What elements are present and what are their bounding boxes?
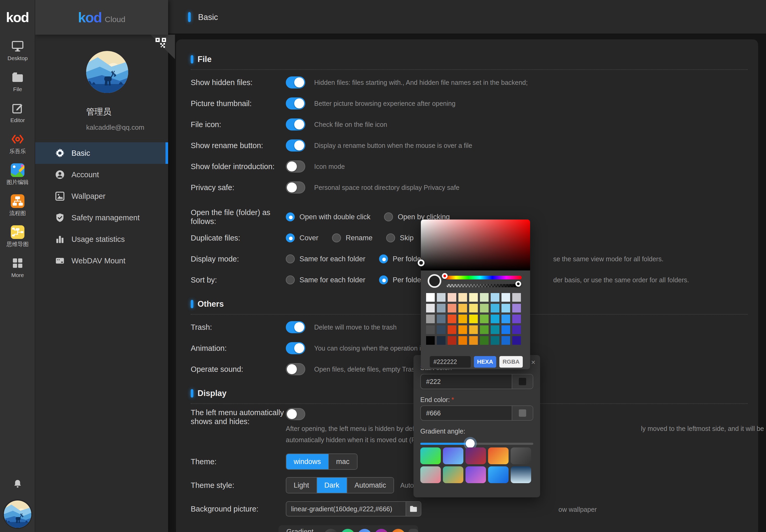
rail-item-lewule[interactable]: 乐吾乐 xyxy=(0,128,35,159)
saturation-area[interactable] xyxy=(421,220,530,270)
show-folder-introduction--toggle[interactable] xyxy=(286,160,305,173)
slider-knob[interactable] xyxy=(466,439,475,448)
theme-windows-button[interactable]: windows xyxy=(286,454,329,469)
alpha-knob[interactable] xyxy=(516,281,521,287)
hexa-format-button[interactable]: HEXA xyxy=(474,356,496,368)
palette-color-3-1[interactable] xyxy=(437,325,446,334)
palette-color-2-4[interactable] xyxy=(469,315,478,323)
file-icon--toggle[interactable] xyxy=(286,118,305,131)
palette-color-1-7[interactable] xyxy=(502,304,510,312)
palette-color-4-4[interactable] xyxy=(469,336,478,345)
palette-color-2-1[interactable] xyxy=(437,315,446,323)
radio-option-per-folder[interactable]: Per folder xyxy=(379,275,424,284)
theme-style-dark-button[interactable]: Dark xyxy=(317,478,347,493)
palette-color-1-4[interactable] xyxy=(469,304,478,312)
palette-color-0-8[interactable] xyxy=(512,293,521,302)
profile-avatar[interactable] xyxy=(86,51,128,93)
gradient-preset-1[interactable] xyxy=(420,447,441,464)
theme-mac-button[interactable]: mac xyxy=(329,454,357,469)
rgba-format-button[interactable]: RGBA xyxy=(499,356,523,368)
palette-color-4-7[interactable] xyxy=(502,336,510,345)
hex-color-input[interactable] xyxy=(430,356,471,368)
theme-style-automatic-button[interactable]: Automatic xyxy=(347,478,394,493)
palette-color-4-6[interactable] xyxy=(491,336,499,345)
gradient-preset-3[interactable] xyxy=(466,447,486,464)
radio-option-same-for-each-folder[interactable]: Same for each folder xyxy=(286,254,365,263)
radio-selected[interactable] xyxy=(286,233,295,242)
gradient-preset-4[interactable] xyxy=(488,447,509,464)
sidebar-item-basic[interactable]: Basic xyxy=(35,142,168,164)
radio-option-skip[interactable]: Skip xyxy=(386,233,414,242)
palette-color-2-3[interactable] xyxy=(459,315,467,323)
notification-bell-icon[interactable] xyxy=(13,479,23,489)
palette-color-0-5[interactable] xyxy=(480,293,489,302)
palette-color-4-0[interactable] xyxy=(426,336,435,345)
palette-color-3-7[interactable] xyxy=(502,325,510,334)
palette-color-0-2[interactable] xyxy=(448,293,456,302)
palette-color-3-8[interactable] xyxy=(512,325,521,334)
gradient-preset-8[interactable] xyxy=(466,466,486,483)
palette-color-1-3[interactable] xyxy=(459,304,467,312)
qr-code-icon[interactable] xyxy=(155,38,166,49)
gradient-swatch-1[interactable] xyxy=(324,529,338,532)
gradient-angle-slider[interactable] xyxy=(420,439,533,448)
rail-item-imageedit[interactable]: 图片编辑 xyxy=(0,159,35,190)
palette-color-2-0[interactable] xyxy=(426,315,435,323)
radio-unselected[interactable] xyxy=(386,233,395,242)
radio-unselected[interactable] xyxy=(286,275,295,284)
start-color-input[interactable]: #222 xyxy=(420,374,533,389)
privacy-safe--toggle[interactable] xyxy=(286,181,305,194)
gradient-preset-10[interactable] xyxy=(511,466,531,483)
palette-color-2-5[interactable] xyxy=(480,315,489,323)
palette-color-0-7[interactable] xyxy=(502,293,510,302)
palette-color-4-2[interactable] xyxy=(448,336,456,345)
start-color-swatch-button[interactable] xyxy=(512,374,533,389)
gradient-preset-7[interactable] xyxy=(443,466,464,483)
operate-sound--toggle[interactable] xyxy=(286,363,305,375)
radio-option-open-with-double-click[interactable]: Open with double click xyxy=(286,212,370,221)
gradient-preset-2[interactable] xyxy=(443,447,464,464)
gradient-preset-6[interactable] xyxy=(420,466,441,483)
background-picture-input[interactable] xyxy=(286,501,406,517)
radio-option-per-folder[interactable]: Per folder xyxy=(379,254,424,263)
gradient-swatch-3[interactable] xyxy=(357,529,372,532)
saturation-knob[interactable] xyxy=(418,259,425,266)
user-avatar[interactable] xyxy=(4,500,31,528)
theme-style-light-button[interactable]: Light xyxy=(286,478,317,493)
close-icon[interactable]: × xyxy=(531,358,535,367)
left-menu-autohide-toggle[interactable] xyxy=(286,408,305,420)
palette-color-1-8[interactable] xyxy=(512,304,521,312)
palette-color-1-1[interactable] xyxy=(437,304,446,312)
radio-option-same-for-each-folder[interactable]: Same for each folder xyxy=(286,275,365,284)
sidebar-item-webdav-mount[interactable]: WebDAV Mount xyxy=(35,250,168,272)
radio-unselected[interactable] xyxy=(332,233,341,242)
palette-color-2-2[interactable] xyxy=(448,315,456,323)
palette-color-4-3[interactable] xyxy=(459,336,467,345)
palette-color-0-6[interactable] xyxy=(491,293,499,302)
sidebar-item-usage-statistics[interactable]: Usage statistics xyxy=(35,228,168,250)
radio-selected[interactable] xyxy=(286,212,295,221)
radio-option-rename[interactable]: Rename xyxy=(332,233,372,242)
palette-color-3-5[interactable] xyxy=(480,325,489,334)
show-hidden-files--toggle[interactable] xyxy=(286,76,305,88)
sidebar-item-account[interactable]: Account xyxy=(35,164,168,185)
radio-unselected[interactable] xyxy=(286,254,295,263)
gradient-swatch-5[interactable] xyxy=(391,529,405,532)
sidebar-item-wallpaper[interactable]: Wallpaper xyxy=(35,185,168,207)
trash--toggle[interactable] xyxy=(286,321,305,333)
radio-unselected[interactable] xyxy=(384,212,393,221)
sidebar-item-safety-management[interactable]: Safety management xyxy=(35,207,168,228)
palette-color-3-0[interactable] xyxy=(426,325,435,334)
gradient-preset-9[interactable] xyxy=(488,466,509,483)
palette-color-0-0[interactable] xyxy=(426,293,435,302)
palette-color-1-0[interactable] xyxy=(426,304,435,312)
palette-color-0-3[interactable] xyxy=(459,293,467,302)
radio-selected[interactable] xyxy=(379,254,388,263)
palette-color-0-1[interactable] xyxy=(437,293,446,302)
palette-color-2-7[interactable] xyxy=(502,315,510,323)
palette-color-1-6[interactable] xyxy=(491,304,499,312)
palette-color-4-5[interactable] xyxy=(480,336,489,345)
show-rename-button--toggle[interactable] xyxy=(286,139,305,152)
palette-color-1-5[interactable] xyxy=(480,304,489,312)
radio-selected[interactable] xyxy=(379,275,388,284)
